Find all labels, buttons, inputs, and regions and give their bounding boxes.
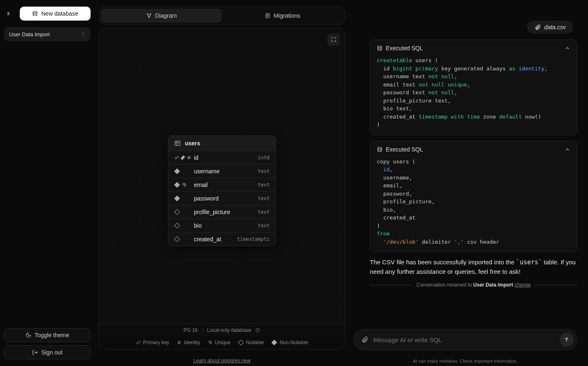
sql-card-1: Executed SQL createtable users ( id bigi… <box>370 40 577 135</box>
diamond-full-icon <box>180 155 185 160</box>
info-icon[interactable] <box>255 328 260 333</box>
chat-response-text: The CSV file has been successfully impor… <box>370 258 577 276</box>
sign-out-icon <box>32 350 38 355</box>
arrow-up-icon <box>563 336 570 343</box>
sql-card-header[interactable]: Executed SQL <box>370 141 577 158</box>
table-column-row[interactable]: usernametext <box>168 164 275 178</box>
column-type: timestamptz <box>237 236 270 242</box>
diamond-full-icon <box>271 340 277 345</box>
attachment-name: data.csv <box>544 24 566 30</box>
diamond-full-icon <box>174 168 180 174</box>
new-database-label: New database <box>41 10 78 17</box>
chevron-up-icon <box>565 45 570 51</box>
fullscreen-button[interactable] <box>327 33 340 46</box>
chat-input[interactable] <box>373 336 555 343</box>
svg-line-21 <box>188 156 189 159</box>
diamond-empty-icon <box>174 209 180 215</box>
table-name: users <box>185 140 200 147</box>
svg-line-22 <box>189 156 190 159</box>
sidebar-collapse-button[interactable] <box>4 8 16 19</box>
svg-point-4 <box>83 32 84 33</box>
column-type: text <box>258 196 270 201</box>
send-button[interactable] <box>560 333 574 347</box>
paperclip-icon <box>534 24 541 30</box>
toggle-theme-button[interactable]: Toggle theme <box>4 328 91 342</box>
legend: Primary key Identity Unique Nullable Non… <box>99 336 345 349</box>
svg-point-1 <box>33 12 37 13</box>
diamond-empty-icon <box>174 223 180 228</box>
svg-point-26 <box>137 343 138 344</box>
diagram-canvas[interactable]: users idint8usernametextemailtextpasswor… <box>99 28 345 350</box>
svg-line-29 <box>178 341 179 344</box>
attachment-pill[interactable]: data.csv <box>527 21 573 34</box>
fingerprint-icon <box>182 182 187 187</box>
svg-point-5 <box>83 34 84 35</box>
svg-point-9 <box>150 14 151 14</box>
key-icon <box>174 155 179 160</box>
column-name: email <box>194 182 255 188</box>
center-pane: Diagram Migrations users idint8usernamet… <box>95 0 349 366</box>
fingerprint-icon <box>208 340 212 345</box>
svg-point-18 <box>175 158 177 159</box>
tabs: Diagram Migrations <box>99 7 345 25</box>
learn-link[interactable]: Learn about postgres.new <box>99 353 345 364</box>
database-item-menu-button[interactable] <box>78 29 88 39</box>
moon-icon <box>26 332 31 338</box>
sql-card-2: Executed SQL copy users ( id, username, … <box>370 141 577 252</box>
svg-point-31 <box>378 46 381 48</box>
sql-card-body: createtable users ( id bigint primary ke… <box>370 56 577 135</box>
legend-primary-key: Primary key <box>143 340 169 345</box>
rename-change-link[interactable]: change <box>514 282 530 288</box>
svg-point-6 <box>83 35 84 36</box>
table-column-row[interactable]: created_attimestamptz <box>168 232 275 246</box>
column-type: int8 <box>258 155 270 161</box>
chevron-up-icon <box>565 147 570 152</box>
table-column-row[interactable]: passwordtext <box>168 191 275 205</box>
table-card-users[interactable]: users idint8usernametextemailtextpasswor… <box>168 135 276 246</box>
svg-point-10 <box>148 16 149 17</box>
svg-point-25 <box>258 329 258 329</box>
sign-out-label: Sign out <box>41 349 62 356</box>
column-name: created_at <box>194 236 235 242</box>
column-type: text <box>258 209 270 215</box>
sql-card-header[interactable]: Executed SQL <box>370 40 577 56</box>
tab-migrations[interactable]: Migrations <box>222 9 343 23</box>
diagram-icon <box>146 13 152 19</box>
database-item-name: User Data Import <box>9 31 50 37</box>
table-column-row[interactable]: idint8 <box>168 151 275 164</box>
sql-icon <box>377 147 383 152</box>
legend-non-nullable: Non-Nullable <box>280 340 308 345</box>
svg-point-8 <box>147 14 148 14</box>
fullscreen-icon <box>331 37 336 42</box>
table-icon <box>174 140 181 147</box>
sign-out-button[interactable]: Sign out <box>4 345 91 359</box>
db-kind: Local-only database <box>207 327 251 333</box>
sql-icon <box>377 45 383 51</box>
dots-vertical-icon <box>80 31 86 37</box>
column-name: password <box>194 195 255 202</box>
table-column-row[interactable]: profile_picturetext <box>168 205 275 219</box>
database-plus-icon <box>32 11 38 16</box>
collapse-left-icon <box>7 10 13 17</box>
diamond-full-icon <box>174 182 180 188</box>
svg-point-32 <box>378 147 381 149</box>
hash-icon <box>187 155 191 160</box>
column-type: text <box>258 223 270 228</box>
table-column-row[interactable]: emailtext <box>168 178 275 191</box>
tab-migrations-label: Migrations <box>274 12 301 19</box>
key-icon <box>136 340 141 345</box>
pg-version: PG 16 <box>184 327 198 333</box>
sidebar: New database User Data Import Toggle the… <box>0 0 95 366</box>
tab-diagram[interactable]: Diagram <box>101 9 222 23</box>
svg-line-30 <box>180 341 180 344</box>
paperclip-icon[interactable] <box>361 336 369 343</box>
migrations-icon <box>265 13 271 19</box>
table-column-row[interactable]: biotext <box>168 219 275 232</box>
column-type: text <box>258 168 270 174</box>
sql-card-title: Executed SQL <box>386 146 423 153</box>
database-item[interactable]: User Data Import <box>4 27 91 41</box>
hash-icon <box>177 340 182 345</box>
new-database-button[interactable]: New database <box>20 7 91 21</box>
toggle-theme-label: Toggle theme <box>35 332 69 338</box>
chat-input-row <box>353 329 577 350</box>
